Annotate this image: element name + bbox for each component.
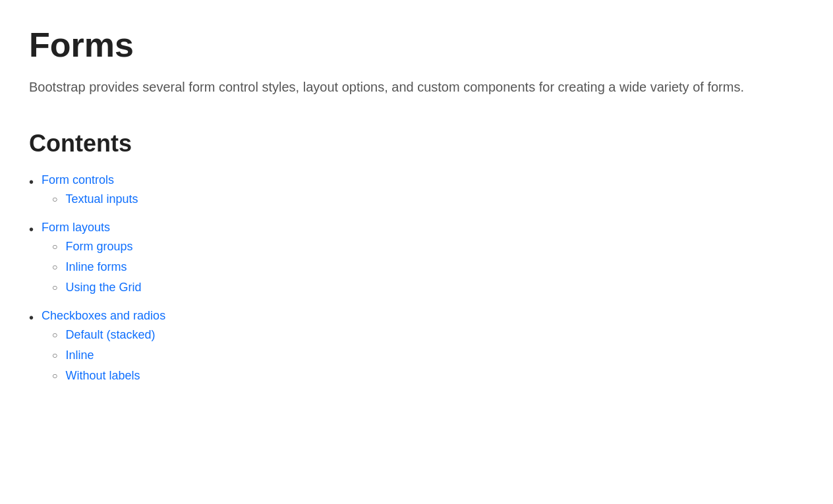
page-description: Bootstrap provides several form control …: [29, 77, 754, 97]
list-item: ○ Inline forms: [52, 260, 142, 274]
checkboxes-and-radios-link[interactable]: Checkboxes and radios: [42, 309, 165, 323]
using-the-grid-link[interactable]: Using the Grid: [65, 281, 141, 294]
bullet-icon: ○: [52, 370, 57, 381]
bullet-icon: ○: [52, 241, 57, 252]
contents-list: • Form controls ○ Textual inputs • Form …: [29, 173, 804, 389]
form-groups-link[interactable]: Form groups: [65, 240, 132, 254]
bullet-icon: ○: [52, 262, 57, 272]
form-layouts-link[interactable]: Form layouts: [42, 221, 142, 235]
list-item: ○ Default (stacked): [52, 328, 165, 342]
bullet-icon: ○: [52, 329, 57, 340]
inline-forms-link[interactable]: Inline forms: [65, 260, 127, 274]
list-item: • Form controls ○ Textual inputs: [29, 173, 804, 213]
bullet-icon: •: [29, 310, 34, 325]
textual-inputs-link[interactable]: Textual inputs: [65, 192, 138, 206]
list-item: ○ Inline: [52, 349, 165, 362]
list-item: ○ Textual inputs: [52, 192, 138, 206]
without-labels-link[interactable]: Without labels: [65, 369, 140, 383]
list-item: ○ Form groups: [52, 240, 142, 254]
list-item: ○ Without labels: [52, 369, 165, 383]
list-item: • Checkboxes and radios ○ Default (stack…: [29, 309, 804, 389]
bullet-icon: ○: [52, 194, 57, 204]
contents-heading: Contents: [29, 130, 804, 157]
page-title: Forms: [29, 26, 804, 64]
list-item: • Form layouts ○ Form groups ○ Inline fo…: [29, 221, 804, 301]
list-item: ○ Using the Grid: [52, 281, 142, 294]
default-stacked-link[interactable]: Default (stacked): [65, 328, 155, 342]
bullet-icon: ○: [52, 282, 57, 293]
bullet-icon: •: [29, 175, 34, 190]
form-controls-link[interactable]: Form controls: [42, 173, 138, 187]
bullet-icon: ○: [52, 350, 57, 360]
bullet-icon: •: [29, 222, 34, 237]
inline-link[interactable]: Inline: [65, 349, 94, 362]
